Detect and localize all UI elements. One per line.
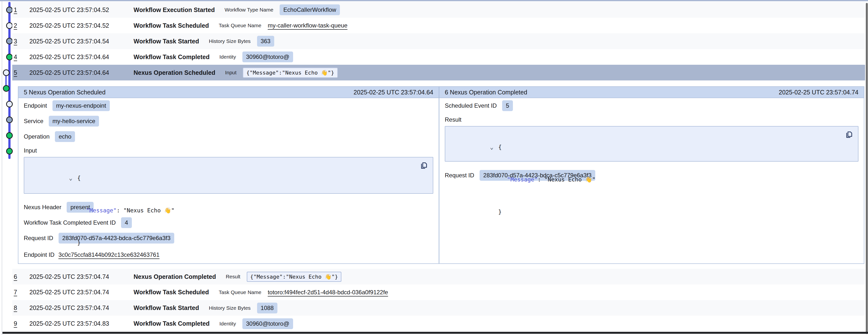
event-timestamp: 2025-02-25 UTC 23:57:04.74 xyxy=(29,273,127,280)
event-id-link[interactable]: 2 xyxy=(14,22,24,29)
event-name: Workflow Task Completed xyxy=(133,320,210,327)
collapse-chevron-icon[interactable]: ⌄ xyxy=(490,142,498,152)
attr-value-badge: 1088 xyxy=(257,303,277,313)
panel-timestamp: 2025-02-25 UTC 23:57:04.74 xyxy=(779,89,859,96)
event-timestamp: 2025-02-25 UTC 23:57:04.74 xyxy=(29,289,127,296)
event-timestamp: 2025-02-25 UTC 23:57:04.52 xyxy=(29,6,127,13)
timeline-dot-event-4[interactable] xyxy=(6,54,13,60)
panel-header: 6 Nexus Operation Completed 2025-02-25 U… xyxy=(439,87,864,98)
scheduled-event-id-badge: 5 xyxy=(502,100,513,111)
event-row[interactable]: 7 2025-02-25 UTC 23:57:04.74 Workflow Ta… xyxy=(12,284,865,300)
event-id-link[interactable]: 3 xyxy=(14,38,24,45)
attr-value-badge: 30960@totoro@ xyxy=(242,52,293,62)
attr-label: Identity xyxy=(219,321,236,327)
event-id-link[interactable]: 7 xyxy=(14,289,24,296)
attr-label: History Size Bytes xyxy=(209,305,250,311)
left-edge-rule xyxy=(2,1,2,335)
vertical-scrollbar[interactable] xyxy=(866,3,868,334)
event-name: Nexus Operation Completed xyxy=(133,273,216,280)
event-id-link[interactable]: 8 xyxy=(14,304,24,311)
event-timestamp: 2025-02-25 UTC 23:57:04.52 xyxy=(29,22,127,29)
event-name: Workflow Task Started xyxy=(133,38,199,45)
copy-icon[interactable] xyxy=(845,130,854,139)
timeline-dot-event-9[interactable] xyxy=(6,132,13,139)
endpoint-badge: my-nexus-endpoint xyxy=(53,100,110,111)
panel-body: Scheduled Event ID 5 Result ⌄{ "Message"… xyxy=(439,98,864,263)
json-brace: { xyxy=(498,144,502,150)
json-key: "Message" xyxy=(507,176,538,183)
input-label: Input xyxy=(24,144,433,157)
task-queue-link[interactable]: my-caller-workflow-task-queue xyxy=(268,22,347,29)
event-id-link[interactable]: 9 xyxy=(14,320,24,327)
attr-label: Task Queue Name xyxy=(219,23,261,28)
service-label: Service xyxy=(24,118,43,124)
timeline-dot-event-6[interactable] xyxy=(3,85,9,92)
timeline-dot-event-3[interactable] xyxy=(6,38,13,45)
event-row[interactable]: 8 2025-02-25 UTC 23:57:04.74 Workflow Ta… xyxy=(12,300,865,316)
event-row[interactable]: 6 2025-02-25 UTC 23:57:04.74 Nexus Opera… xyxy=(12,269,865,284)
top-divider xyxy=(0,0,868,1)
event-timestamp: 2025-02-25 UTC 23:57:04.64 xyxy=(29,53,127,61)
timeline-dot-event-5[interactable] xyxy=(3,69,9,76)
timeline-dot-event-1[interactable] xyxy=(6,7,13,13)
panel-timestamp: 2025-02-25 UTC 23:57:04.64 xyxy=(353,89,433,96)
event-row[interactable]: 3 2025-02-25 UTC 23:57:04.54 Workflow Ta… xyxy=(12,33,865,49)
event-id-link[interactable]: 6 xyxy=(14,273,24,280)
panel-title: 6 Nexus Operation Completed xyxy=(445,89,527,96)
event-timestamp: 2025-02-25 UTC 23:57:04.54 xyxy=(29,38,127,45)
event-timestamp: 2025-02-25 UTC 23:57:04.83 xyxy=(29,320,127,327)
json-string-value: "Nexus Echo 👋" xyxy=(124,207,175,214)
event-row-selected[interactable]: 5 2025-02-25 UTC 23:57:04.64 Nexus Opera… xyxy=(12,65,865,80)
event-name: Nexus Operation Scheduled xyxy=(133,69,215,76)
collapse-chevron-icon[interactable]: ⌄ xyxy=(69,173,77,184)
attr-label: Result xyxy=(226,274,240,280)
json-brace: } xyxy=(498,209,502,215)
event-id-link[interactable]: 5 xyxy=(14,69,24,76)
endpoint-label: Endpoint xyxy=(24,102,47,109)
event-name: Workflow Task Scheduled xyxy=(133,289,209,296)
panel-nexus-operation-completed: 6 Nexus Operation Completed 2025-02-25 U… xyxy=(439,87,864,263)
input-json-viewer: ⌄{ "Message": "Nexus Echo 👋" } xyxy=(24,157,433,194)
event-id-link[interactable]: 4 xyxy=(14,53,24,61)
attr-value-json-badge: {"Message":"Nexus Echo 👋"} xyxy=(247,272,342,282)
timeline-dot-event-8[interactable] xyxy=(6,116,13,123)
event-row[interactable]: 4 2025-02-25 UTC 23:57:04.64 Workflow Ta… xyxy=(12,49,865,65)
event-timestamp: 2025-02-25 UTC 23:57:04.74 xyxy=(29,304,127,311)
json-key: "Message" xyxy=(86,207,117,214)
service-badge: my-hello-service xyxy=(49,116,99,127)
event-name: Workflow Task Started xyxy=(133,304,199,311)
event-detail-panels: 5 Nexus Operation Scheduled 2025-02-25 U… xyxy=(18,86,864,264)
event-row[interactable]: 2 2025-02-25 UTC 23:57:04.52 Workflow Ta… xyxy=(12,18,865,33)
attr-value-json-badge: {"Message":"Nexus Echo 👋"} xyxy=(243,68,338,78)
timeline-dot-event-2[interactable] xyxy=(6,22,13,29)
horizontal-scrollbar[interactable] xyxy=(2,332,868,334)
workflow-history-view: 1 2025-02-25 UTC 23:57:04.52 Workflow Ex… xyxy=(0,0,868,335)
event-row[interactable]: 1 2025-02-25 UTC 23:57:04.52 Workflow Ex… xyxy=(12,2,865,18)
copy-icon[interactable] xyxy=(420,161,428,170)
json-brace: } xyxy=(77,240,81,246)
attr-label: Input xyxy=(225,69,237,76)
attr-label: Task Queue Name xyxy=(219,289,261,295)
attr-value-badge: EchoCallerWorkflow xyxy=(280,4,340,15)
attr-label: Identity xyxy=(219,54,236,60)
panel-header: 5 Nexus Operation Scheduled 2025-02-25 U… xyxy=(19,87,439,98)
task-queue-link[interactable]: totoro:f494fecf-2d51-4d48-bdcd-036a0f912… xyxy=(268,289,388,296)
json-brace: { xyxy=(77,175,81,181)
attr-label: Workflow Type Name xyxy=(225,7,274,13)
event-row[interactable]: 9 2025-02-25 UTC 23:57:04.83 Workflow Ta… xyxy=(12,316,865,331)
attr-value-badge: 363 xyxy=(257,36,274,47)
timeline-dot-event-7[interactable] xyxy=(6,101,13,107)
panel-nexus-operation-scheduled: 5 Nexus Operation Scheduled 2025-02-25 U… xyxy=(19,87,439,263)
event-name: Workflow Execution Started xyxy=(133,6,215,13)
event-id-link[interactable]: 1 xyxy=(14,6,24,13)
event-name: Workflow Task Completed xyxy=(133,53,210,61)
event-timestamp: 2025-02-25 UTC 23:57:04.64 xyxy=(29,69,127,76)
result-label: Result xyxy=(445,113,859,126)
attr-label: History Size Bytes xyxy=(209,38,250,44)
timeline-dot-event-10[interactable] xyxy=(6,148,13,155)
json-colon: : xyxy=(117,207,124,214)
panel-title: 5 Nexus Operation Scheduled xyxy=(24,89,105,96)
json-colon: : xyxy=(538,176,545,183)
scheduled-event-id-label: Scheduled Event ID xyxy=(445,102,497,109)
operation-label: Operation xyxy=(24,133,50,140)
